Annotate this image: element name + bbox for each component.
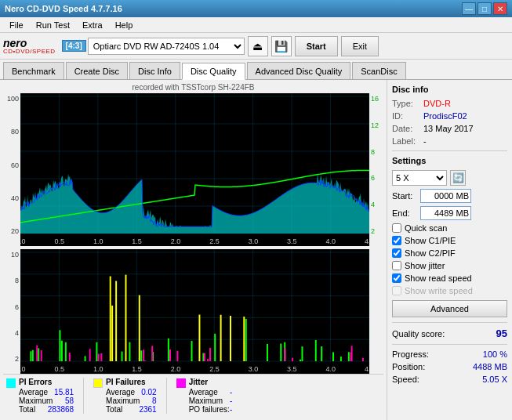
disc-id-row: ID: ProdiscF02 (392, 111, 507, 121)
settings-title: Settings (392, 156, 507, 165)
pi-errors-max-row: Maximum 58 (19, 396, 74, 405)
titlebar-title: Nero CD-DVD Speed 4.7.7.16 (5, 4, 122, 13)
disc-info-title: Disc info (392, 85, 507, 94)
pi-failures-total-value: 2361 (139, 405, 156, 414)
refresh-button[interactable]: 🔄 (450, 170, 466, 186)
show-c1-row: Show C1/PIE (392, 236, 507, 245)
show-c1-checkbox[interactable] (392, 236, 401, 245)
minimize-button[interactable]: — (462, 2, 476, 15)
drive-select-area: [4:3] Optiarc DVD RW AD-7240S 1.04 (62, 38, 245, 55)
pi-errors-max-value: 58 (65, 396, 74, 405)
drive-dropdown[interactable]: Optiarc DVD RW AD-7240S 1.04 (88, 38, 245, 55)
maximize-button[interactable]: □ (478, 2, 492, 15)
nero-logo: nero CD•DVD/SPEED (3, 38, 56, 55)
disc-type-row: Type: DVD-R (392, 99, 507, 108)
quick-scan-label: Quick scan (405, 223, 447, 233)
titlebar: Nero CD-DVD Speed 4.7.7.16 — □ ✕ (0, 0, 512, 17)
menu-help[interactable]: Help (109, 19, 140, 31)
y2-label-6: 6 (3, 303, 19, 311)
show-jitter-checkbox[interactable] (392, 261, 401, 270)
y2-label-2: 2 (3, 355, 19, 363)
end-input[interactable] (420, 206, 471, 220)
pi-failures-max-value: 8 (152, 396, 157, 405)
show-jitter-row: Show jitter (392, 261, 507, 270)
pi-errors-avg-label: Average (19, 388, 48, 396)
y2-label-10: 10 (3, 251, 19, 259)
tab-advanced-disc-quality[interactable]: Advanced Disc Quality (247, 62, 351, 79)
show-write-speed-label: Show write speed (405, 286, 473, 295)
pi-failures-avg-value: 0.02 (141, 388, 156, 396)
pi-errors-group: PI Errors Average 15.81 Maximum 58 Total… (6, 378, 74, 414)
show-c2-row: Show C2/PIF (392, 248, 507, 258)
show-c2-checkbox[interactable] (392, 248, 401, 258)
show-read-speed-row: Show read speed (392, 273, 507, 283)
advanced-button[interactable]: Advanced (392, 300, 507, 317)
pi-errors-total-label: Total (19, 405, 35, 414)
pi-errors-label: PI Errors (19, 378, 74, 386)
pi-errors-total-row: Total 283868 (19, 405, 74, 414)
po-failures-label: PO failures: (189, 405, 230, 414)
disc-label-value: - (423, 136, 427, 146)
quality-score-value: 95 (496, 328, 507, 339)
cd-dvd-speed-text: CD•DVD/SPEED (3, 49, 56, 55)
pi-errors-total-value: 283868 (48, 405, 74, 414)
start-button[interactable]: Start (295, 36, 338, 56)
close-button[interactable]: ✕ (493, 2, 507, 15)
speed-value: 5.05 X (482, 375, 507, 384)
speed-label: Speed: (392, 375, 419, 384)
jitter-max-value: - (230, 396, 232, 405)
exit-button[interactable]: Exit (341, 36, 379, 56)
jitter-group: Jitter Average - Maximum - PO failures: … (176, 378, 233, 414)
pi-errors-max-label: Maximum (19, 396, 53, 405)
disc-type-label: Type: (392, 99, 420, 108)
start-mb-row: Start: (392, 189, 507, 203)
start-input[interactable] (420, 189, 471, 203)
y2-label-4: 4 (3, 329, 19, 337)
tab-create-disc[interactable]: Create Disc (66, 62, 128, 79)
y-right-4: 4 (371, 201, 383, 208)
pi-failures-max-label: Maximum (106, 396, 140, 405)
y2-label-8: 8 (3, 277, 19, 284)
y-label-100: 100 (3, 95, 19, 103)
speed-select[interactable]: 5 X 1 X 2 X 4 X 8 X Maximum (392, 170, 447, 186)
y-label-60: 60 (3, 161, 19, 169)
disc-label-row: Label: - (392, 136, 507, 146)
pi-failures-group: PI Failures Average 0.02 Maximum 8 Total… (93, 378, 157, 414)
menu-file[interactable]: File (3, 19, 30, 31)
eject-button[interactable]: ⏏ (248, 36, 268, 56)
disc-id-value: ProdiscF02 (423, 111, 467, 121)
main-content: recorded with TSSTcorp SH-224FB 100 80 6… (0, 80, 512, 420)
show-write-speed-checkbox[interactable] (392, 286, 401, 295)
disc-date-row: Date: 13 May 2017 (392, 124, 507, 133)
menu-run-test[interactable]: Run Test (30, 19, 76, 31)
app-title: Nero CD-DVD Speed 4.7.7.16 (5, 4, 122, 13)
ratio-badge: [4:3] (62, 40, 86, 52)
nero-wordmark: nero (3, 38, 56, 49)
jitter-max-label: Maximum (189, 396, 223, 405)
quick-scan-row: Quick scan (392, 223, 507, 233)
show-read-speed-checkbox[interactable] (392, 273, 401, 283)
menubar: File Run Test Extra Help (0, 17, 512, 33)
divider-1 (83, 378, 84, 414)
progress-value: 100 % (483, 349, 507, 359)
pi-failures-avg-row: Average 0.02 (106, 388, 157, 396)
bottom-chart (20, 249, 369, 374)
right-panel: Disc info Type: DVD-R ID: ProdiscF02 Dat… (387, 80, 512, 420)
tab-scan-disc[interactable]: ScanDisc (352, 62, 405, 79)
tab-disc-info[interactable]: Disc Info (129, 62, 180, 79)
pi-failures-total-label: Total (106, 405, 122, 414)
jitter-label: Jitter (189, 378, 233, 386)
save-button[interactable]: 💾 (271, 36, 292, 56)
position-label: Position: (392, 362, 425, 371)
pi-failures-avg-label: Average (106, 388, 135, 396)
tab-benchmark[interactable]: Benchmark (3, 62, 64, 79)
show-c1-label: Show C1/PIE (405, 236, 456, 245)
menu-extra[interactable]: Extra (76, 19, 109, 31)
y-right-2: 2 (371, 227, 383, 235)
y-label-40: 40 (3, 194, 19, 202)
y-right-8: 8 (371, 148, 383, 156)
disc-type-value: DVD-R (423, 99, 451, 108)
tab-disc-quality[interactable]: Disc Quality (182, 63, 245, 80)
jitter-avg-value: - (230, 388, 232, 396)
quick-scan-checkbox[interactable] (392, 223, 401, 233)
